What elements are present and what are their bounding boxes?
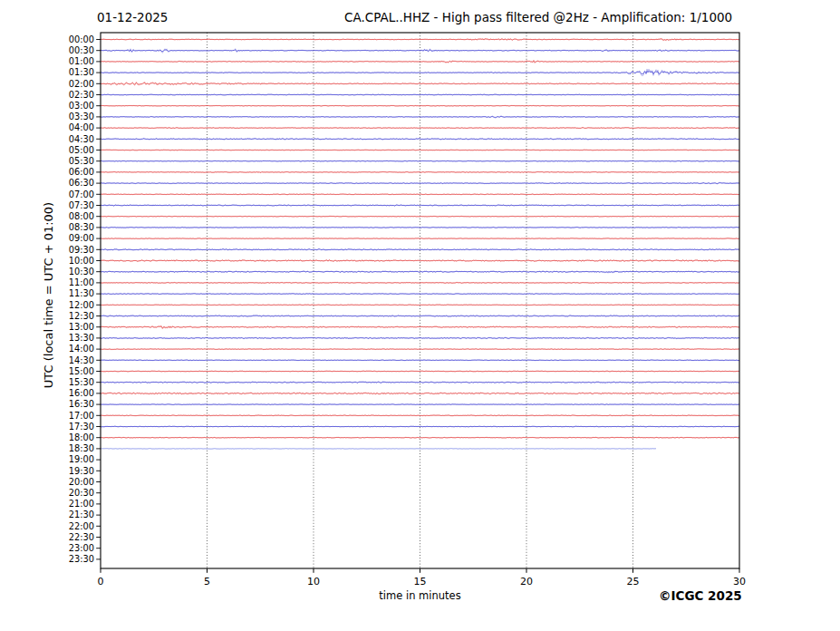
y-tick-label: 15:30 bbox=[69, 377, 94, 387]
x-tick-label: 30 bbox=[733, 576, 746, 587]
y-tick-label: 07:30 bbox=[69, 200, 94, 210]
y-tick-label: 12:30 bbox=[69, 311, 94, 321]
y-tick-label: 09:00 bbox=[69, 233, 94, 243]
y-tick-label: 06:00 bbox=[69, 167, 94, 177]
helicorder-chart: 00:0000:3001:0001:3002:0002:3003:0003:30… bbox=[0, 0, 840, 631]
y-tick-label: 13:00 bbox=[69, 322, 94, 332]
trace-row bbox=[101, 94, 739, 95]
y-tick-label: 20:30 bbox=[69, 488, 94, 498]
trace-row bbox=[101, 139, 739, 140]
y-tick-label: 14:30 bbox=[69, 355, 94, 365]
y-tick-label: 23:30 bbox=[69, 554, 94, 564]
x-tick-label: 25 bbox=[627, 576, 640, 587]
trace-row bbox=[101, 338, 739, 339]
x-tick-label: 15 bbox=[414, 576, 427, 587]
trace-row bbox=[101, 172, 739, 173]
y-tick-label: 09:30 bbox=[69, 245, 94, 255]
y-tick-label: 03:30 bbox=[69, 112, 94, 121]
y-tick-label: 22:00 bbox=[69, 521, 94, 531]
y-tick-label: 15:00 bbox=[69, 366, 94, 376]
y-tick-label: 11:00 bbox=[69, 277, 94, 287]
y-tick-label: 22:30 bbox=[69, 532, 94, 542]
trace-row bbox=[101, 249, 739, 250]
trace-row bbox=[101, 326, 739, 328]
trace-row bbox=[101, 205, 739, 206]
y-tick-label: 18:00 bbox=[69, 432, 94, 442]
x-axis-title: time in minutes bbox=[101, 589, 739, 602]
y-tick-label: 10:00 bbox=[69, 256, 94, 266]
grid-lines bbox=[208, 33, 633, 568]
y-tick-label: 10:30 bbox=[69, 267, 94, 277]
y-tick-label: 06:30 bbox=[69, 178, 94, 188]
x-tick-label: 0 bbox=[98, 576, 104, 587]
y-tick-label: 05:30 bbox=[69, 156, 94, 166]
y-tick-label: 08:30 bbox=[69, 222, 94, 232]
y-tick-label: 14:00 bbox=[69, 344, 94, 354]
y-tick-label: 19:30 bbox=[69, 466, 94, 476]
y-tick-label: 17:30 bbox=[69, 422, 94, 432]
y-tick-label: 07:00 bbox=[69, 189, 94, 199]
y-tick-label: 00:30 bbox=[69, 45, 94, 55]
y-tick-label: 17:00 bbox=[69, 411, 94, 421]
y-tick-label: 19:00 bbox=[69, 454, 94, 464]
y-tick-label: 01:00 bbox=[69, 56, 94, 66]
seismogram-page: 01-12-2025 CA.CPAL..HHZ - High pass filt… bbox=[0, 0, 840, 631]
trace-row bbox=[101, 39, 739, 40]
y-tick-label: 16:00 bbox=[69, 388, 94, 398]
trace-row bbox=[101, 128, 739, 129]
y-tick-label: 03:00 bbox=[69, 101, 94, 111]
y-tick-label: 21:00 bbox=[69, 499, 94, 509]
y-tick-label: 21:30 bbox=[69, 510, 94, 519]
y-tick-label: 16:30 bbox=[69, 399, 94, 409]
y-tick-label: 13:30 bbox=[69, 333, 94, 343]
y-tick-label: 08:00 bbox=[69, 211, 94, 221]
copyright-label: ©ICGC 2025 bbox=[659, 588, 742, 603]
trace-row bbox=[101, 382, 739, 383]
trace-row bbox=[101, 316, 739, 316]
y-axis-labels: 00:0000:3001:0001:3002:0002:3003:0003:30… bbox=[69, 34, 101, 564]
y-tick-label: 02:30 bbox=[69, 90, 94, 100]
y-tick-label: 00:00 bbox=[69, 34, 94, 44]
y-tick-label: 02:00 bbox=[69, 79, 94, 89]
y-tick-label: 04:00 bbox=[69, 122, 94, 132]
plot-frame bbox=[101, 33, 739, 568]
y-tick-label: 23:00 bbox=[69, 543, 94, 553]
x-axis-labels: 051015202530 bbox=[98, 568, 747, 587]
trace-row bbox=[101, 260, 739, 261]
y-tick-label: 20:00 bbox=[69, 477, 94, 487]
y-tick-label: 04:30 bbox=[69, 134, 94, 144]
x-tick-label: 20 bbox=[520, 576, 533, 587]
x-tick-label: 10 bbox=[307, 576, 320, 587]
y-tick-label: 18:30 bbox=[69, 443, 94, 453]
x-tick-label: 5 bbox=[204, 576, 210, 587]
y-tick-label: 01:30 bbox=[69, 67, 94, 77]
y-tick-label: 05:00 bbox=[69, 145, 94, 155]
y-tick-label: 11:30 bbox=[69, 288, 94, 298]
y-tick-label: 12:00 bbox=[69, 300, 94, 310]
